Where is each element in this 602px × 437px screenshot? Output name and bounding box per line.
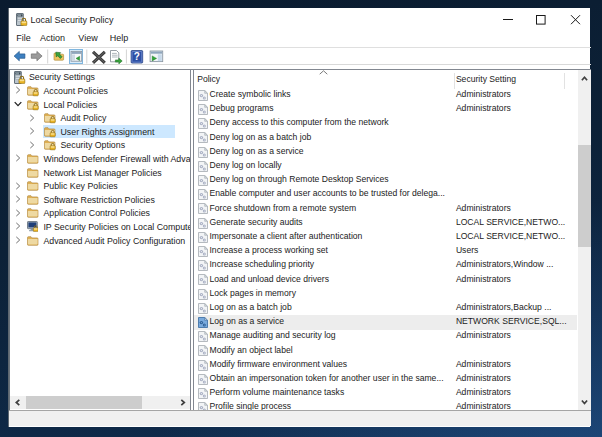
svg-text:?: ? [134,51,140,62]
